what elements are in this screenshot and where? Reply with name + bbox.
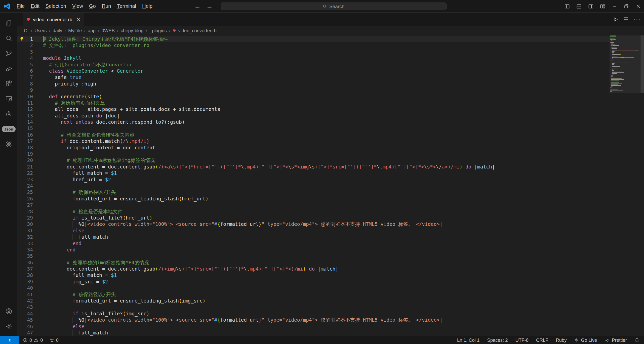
line-number[interactable]: 42	[17, 298, 33, 304]
code-line[interactable]: 45 %Q|<video controls width="100%"> <sou…	[17, 317, 610, 323]
code-line[interactable]: 40	[17, 285, 610, 291]
code-line[interactable]: 42 formatted_url = ensure_leading_slash(…	[17, 298, 610, 304]
code-line[interactable]: 5 # 使用Generator而不是Converter	[17, 62, 610, 68]
line-number[interactable]: 13	[17, 113, 33, 119]
menu-edit[interactable]: Edit	[28, 2, 42, 10]
toggle-primary-sidebar-button[interactable]	[561, 0, 573, 13]
code-line[interactable]: 43	[17, 304, 610, 310]
split-editor-button[interactable]	[623, 17, 629, 22]
breadcrumb-item[interactable]: app	[88, 28, 96, 33]
breadcrumb-item[interactable]: daily	[53, 28, 62, 33]
line-number[interactable]: 11	[17, 100, 33, 106]
json-extension-icon[interactable]: Json	[0, 121, 17, 137]
code-line[interactable]: 17 if doc.content.match(/\.mp4/i)	[17, 138, 610, 144]
code-line[interactable]: 6 class VideoConverter < Generator	[17, 68, 610, 74]
navigate-forward-button[interactable]: →	[205, 3, 214, 10]
line-number[interactable]: 14	[17, 119, 33, 125]
notifications-bell-icon[interactable]	[634, 338, 639, 343]
search-sidebar-icon[interactable]	[0, 31, 17, 46]
problems-button[interactable]: 0 0	[23, 337, 43, 343]
line-number[interactable]: 15	[17, 125, 33, 132]
run-button[interactable]	[612, 17, 618, 22]
remote-explorer-icon[interactable]	[0, 91, 17, 106]
code-line[interactable]: 35	[17, 253, 610, 259]
line-number[interactable]: 28	[17, 208, 33, 215]
indentation-button[interactable]: Spaces: 2	[487, 337, 508, 343]
code-line[interactable]: 4module Jekyll	[17, 55, 610, 61]
code-line[interactable]: 8 priority :high	[17, 81, 610, 87]
line-number[interactable]: 37	[17, 266, 33, 272]
prettier-button[interactable]: Prettier	[605, 337, 627, 343]
line-number[interactable]: 20	[17, 157, 33, 163]
account-icon[interactable]	[0, 304, 17, 319]
menu-run[interactable]: Run	[99, 2, 114, 10]
line-number[interactable]: 41	[17, 291, 33, 298]
scrollbar-thumb[interactable]	[640, 35, 644, 93]
line-number[interactable]: 24	[17, 183, 33, 189]
line-number[interactable]: 19	[17, 151, 33, 157]
line-number[interactable]: 43	[17, 304, 33, 310]
line-number[interactable]: 38	[17, 272, 33, 278]
code-line[interactable]: 46 else	[17, 323, 610, 330]
line-number[interactable]: 12	[17, 106, 33, 112]
navigate-back-button[interactable]: ←	[193, 3, 202, 10]
code-line[interactable]: 16 # 检查文档是否包含MP4相关内容	[17, 132, 610, 138]
code-line[interactable]: 41 # 确保路径以/开头	[17, 291, 610, 298]
code-line[interactable]: 30 %Q|<video controls width="100%"> <sou…	[17, 221, 610, 227]
command-center-search[interactable]: Search	[221, 3, 447, 10]
line-number[interactable]: 47	[17, 330, 33, 336]
line-number[interactable]: 23	[17, 177, 33, 183]
tab-close-icon[interactable]: ✕	[76, 17, 81, 22]
code-line[interactable]: 15	[17, 125, 610, 132]
code-line[interactable]: 13 all_docs.each do |doc|	[17, 113, 610, 119]
line-number[interactable]: 8	[17, 81, 33, 87]
line-number[interactable]: 36	[17, 260, 33, 266]
code-line[interactable]: 19	[17, 151, 610, 157]
encoding-button[interactable]: UTF-8	[515, 337, 529, 343]
eol-button[interactable]: CRLF	[536, 337, 548, 343]
line-number[interactable]: 33	[17, 240, 33, 247]
line-number[interactable]: 17	[17, 138, 33, 144]
vertical-scrollbar[interactable]	[640, 35, 644, 336]
language-mode-button[interactable]: Ruby	[556, 337, 567, 343]
line-number[interactable]: 34	[17, 247, 33, 253]
line-number[interactable]: 7	[17, 74, 33, 80]
line-number[interactable]: 18	[17, 145, 33, 151]
chat-robot-icon[interactable]	[0, 106, 17, 121]
line-number[interactable]: 16	[17, 132, 33, 138]
breadcrumb-item[interactable]: 0WEB	[102, 28, 115, 33]
line-number[interactable]: 4	[17, 55, 33, 61]
line-number[interactable]: 6	[17, 68, 33, 74]
code-line[interactable]: 1# Jekyll插件: Chirpy主题优化版MP4转视频标签插件	[17, 36, 610, 42]
code-editor[interactable]: 1# Jekyll插件: Chirpy主题优化版MP4转视频标签插件2# 文件名…	[17, 35, 644, 336]
code-line[interactable]: 37 doc.content = doc.content.gsub(/(<img…	[17, 266, 610, 272]
lightbulb-icon[interactable]	[19, 36, 24, 41]
minimap[interactable]	[610, 35, 640, 336]
line-number[interactable]: 25	[17, 189, 33, 195]
cursor-position-button[interactable]: Ln 1, Col 1	[457, 337, 479, 343]
line-number[interactable]: 27	[17, 202, 33, 208]
code-line[interactable]: 25 # 确保路径以/开头	[17, 189, 610, 195]
customize-layout-button[interactable]	[597, 0, 609, 13]
restore-button[interactable]	[620, 0, 632, 13]
source-control-icon[interactable]	[0, 46, 17, 61]
code-line[interactable]: 39 img_src = $2	[17, 279, 610, 285]
minimize-button[interactable]	[609, 0, 620, 13]
line-number[interactable]: 46	[17, 323, 33, 330]
code-line[interactable]: 9	[17, 87, 610, 93]
run-and-debug-icon[interactable]	[0, 61, 17, 76]
breadcrumb-item[interactable]: MyFile	[68, 28, 82, 33]
code-line[interactable]: 26 formatted_url = ensure_leading_slash(…	[17, 196, 610, 202]
ports-button[interactable]: 0	[50, 337, 59, 343]
line-number[interactable]: 40	[17, 285, 33, 291]
code-line[interactable]: 38 full_match = $1	[17, 272, 610, 278]
menu-file[interactable]: File	[14, 2, 28, 10]
line-number[interactable]: 21	[17, 164, 33, 170]
menu-terminal[interactable]: Terminal	[114, 2, 139, 10]
line-number[interactable]: 35	[17, 253, 33, 259]
tab-video-converter[interactable]: video_converter.rb ✕	[23, 13, 84, 26]
code-line[interactable]: 7 safe true	[17, 74, 610, 80]
extensions-icon[interactable]	[0, 76, 17, 91]
code-line[interactable]: 32 full_match	[17, 234, 610, 240]
code-line[interactable]: 20 # 处理HTML中a标签包裹img标签的情况	[17, 157, 610, 163]
